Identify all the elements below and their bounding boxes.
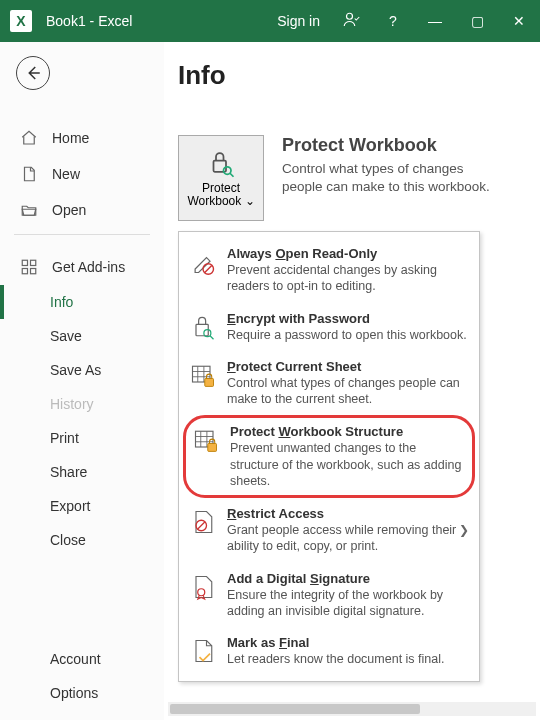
menu-item-desc: Require a password to open this workbook… xyxy=(227,327,469,343)
nav-share[interactable]: Share xyxy=(0,455,164,489)
menu-item-desc: Ensure the integrity of the workbook by … xyxy=(227,587,469,620)
main-panel: Info Protect Workbook ⌄ Protect Workbook… xyxy=(164,42,540,720)
svg-rect-11 xyxy=(205,378,214,386)
maximize-icon[interactable]: ▢ xyxy=(466,13,488,29)
section-description: Control what types of changes people can… xyxy=(282,160,502,196)
protect-workbook-menu: Always Open Read-Only Prevent accidental… xyxy=(178,231,480,682)
protect-tile-label: Protect Workbook ⌄ xyxy=(179,182,263,208)
minimize-icon[interactable]: — xyxy=(424,13,446,29)
svg-rect-3 xyxy=(22,269,27,274)
svg-rect-1 xyxy=(22,260,27,265)
menu-restrict-access[interactable]: Restrict Access Grant people access whil… xyxy=(183,498,475,563)
mark-final-icon xyxy=(189,635,217,667)
menu-always-open-read-only[interactable]: Always Open Read-Only Prevent accidental… xyxy=(183,238,475,303)
menu-item-title: Always Open Read-Only xyxy=(227,246,469,261)
nav-new[interactable]: New xyxy=(0,156,164,192)
section-title: Protect Workbook xyxy=(282,135,502,156)
svg-rect-2 xyxy=(31,260,36,265)
restrict-access-icon xyxy=(189,506,217,538)
separator xyxy=(14,234,150,235)
protect-sheet-icon xyxy=(189,359,217,391)
menu-item-title: Add a Digital Signature xyxy=(227,571,469,586)
svg-rect-4 xyxy=(31,269,36,274)
help-icon[interactable]: ? xyxy=(382,13,404,29)
sign-in-button[interactable]: Sign in xyxy=(277,13,320,29)
submenu-arrow-icon: ❯ xyxy=(459,523,469,537)
menu-item-desc: Grant people access while removing their… xyxy=(227,522,469,555)
svg-point-0 xyxy=(347,13,353,19)
svg-point-15 xyxy=(198,588,205,595)
nav-label: Home xyxy=(52,130,89,146)
menu-item-desc: Let readers know the document is final. xyxy=(227,651,469,667)
back-button[interactable] xyxy=(16,56,50,90)
nav-account[interactable]: Account xyxy=(0,642,164,676)
signature-icon xyxy=(189,571,217,603)
nav-options[interactable]: Options xyxy=(0,676,164,710)
nav-info[interactable]: Info xyxy=(0,285,164,319)
menu-item-desc: Prevent unwanted changes to the structur… xyxy=(230,440,466,489)
nav-label: Get Add-ins xyxy=(52,259,125,275)
menu-item-desc: Prevent accidental changes by asking rea… xyxy=(227,262,469,295)
nav-get-addins[interactable]: Get Add-ins xyxy=(0,249,164,285)
protect-workbook-button[interactable]: Protect Workbook ⌄ xyxy=(178,135,264,221)
titlebar: X Book1 - Excel Sign in ? — ▢ ✕ xyxy=(0,0,540,42)
menu-add-digital-signature[interactable]: Add a Digital Signature Ensure the integ… xyxy=(183,563,475,628)
window-title: Book1 - Excel xyxy=(42,13,132,29)
nav-history: History xyxy=(0,387,164,421)
nav-label: New xyxy=(52,166,80,182)
menu-item-title: Encrypt with Password xyxy=(227,311,469,326)
menu-encrypt-with-password[interactable]: Encrypt with Password Require a password… xyxy=(183,303,475,351)
nav-label: Open xyxy=(52,202,86,218)
menu-item-title: Restrict Access xyxy=(227,506,469,521)
nav-open[interactable]: Open xyxy=(0,192,164,228)
account-icon[interactable] xyxy=(340,11,362,32)
excel-app-icon: X xyxy=(10,10,32,32)
scrollbar-thumb[interactable] xyxy=(170,704,420,714)
svg-rect-13 xyxy=(208,444,217,452)
menu-item-title: Protect Workbook Structure xyxy=(230,424,466,439)
horizontal-scrollbar[interactable] xyxy=(168,702,536,716)
lock-search-icon xyxy=(206,148,236,178)
nav-save[interactable]: Save xyxy=(0,319,164,353)
protect-structure-icon xyxy=(192,424,220,456)
menu-item-title: Protect Current Sheet xyxy=(227,359,469,374)
menu-protect-workbook-structure[interactable]: Protect Workbook Structure Prevent unwan… xyxy=(183,415,475,498)
backstage-sidebar: Home New Open Get Add-ins Info Save Save… xyxy=(0,42,164,720)
menu-mark-as-final[interactable]: Mark as Final Let readers know the docum… xyxy=(183,627,475,675)
encrypt-icon xyxy=(189,311,217,343)
nav-close[interactable]: Close xyxy=(0,523,164,557)
menu-protect-current-sheet[interactable]: Protect Current Sheet Control what types… xyxy=(183,351,475,416)
read-only-icon xyxy=(189,246,217,278)
nav-home[interactable]: Home xyxy=(0,120,164,156)
page-title: Info xyxy=(178,60,540,91)
nav-save-as[interactable]: Save As xyxy=(0,353,164,387)
nav-print[interactable]: Print xyxy=(0,421,164,455)
nav-export[interactable]: Export xyxy=(0,489,164,523)
close-icon[interactable]: ✕ xyxy=(508,13,530,29)
menu-item-desc: Control what types of changes people can… xyxy=(227,375,469,408)
menu-item-title: Mark as Final xyxy=(227,635,469,650)
